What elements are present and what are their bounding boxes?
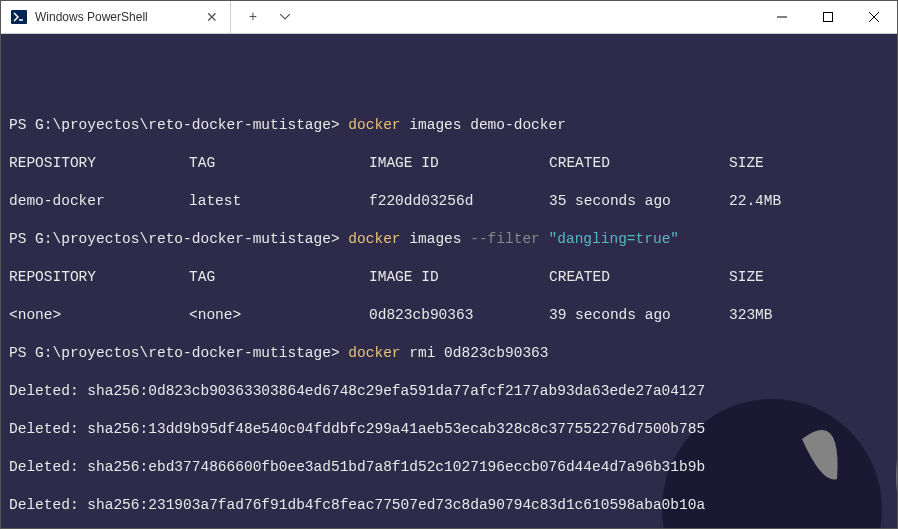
th-size: SIZE [729, 269, 764, 285]
th-tag: TAG [189, 154, 369, 173]
tab-title: Windows PowerShell [35, 10, 196, 24]
cmd-filter: --filter [470, 231, 548, 247]
tab-powershell[interactable]: Windows PowerShell ✕ [1, 1, 231, 33]
cmd-filter-arg: "dangling=true" [549, 231, 680, 247]
tab-controls: + [231, 1, 307, 33]
powershell-icon [11, 9, 27, 25]
cmd-docker: docker [348, 117, 400, 133]
cmd-docker: docker [348, 345, 400, 361]
td-repo: <none> [9, 306, 189, 325]
prompt: PS G:\proyectos\reto-docker-mutistage> [9, 117, 340, 133]
window-titlebar: Windows PowerShell ✕ + [1, 1, 897, 34]
td-id: f220dd03256d [369, 192, 549, 211]
window-controls [759, 1, 897, 33]
th-id: IMAGE ID [369, 268, 549, 287]
th-tag: TAG [189, 268, 369, 287]
th-repo: REPOSITORY [9, 268, 189, 287]
cmd-images: images [401, 231, 471, 247]
close-button[interactable] [851, 1, 897, 33]
minimize-button[interactable] [759, 1, 805, 33]
td-created: 39 seconds ago [549, 306, 729, 325]
maximize-button[interactable] [805, 1, 851, 33]
td-repo: demo-docker [9, 192, 189, 211]
cmd-docker: docker [348, 231, 400, 247]
th-created: CREATED [549, 268, 729, 287]
deleted-line: Deleted: sha256:13dd9b95df48e540c04fddbf… [9, 420, 889, 439]
th-created: CREATED [549, 154, 729, 173]
cmd-args: images demo-docker [401, 117, 566, 133]
td-size: 323MB [729, 307, 773, 323]
th-id: IMAGE ID [369, 154, 549, 173]
cmd-args: rmi 0d823cb90363 [401, 345, 549, 361]
new-tab-button[interactable]: + [239, 3, 267, 31]
th-repo: REPOSITORY [9, 154, 189, 173]
titlebar-drag-region[interactable] [307, 1, 759, 33]
prompt: PS G:\proyectos\reto-docker-mutistage> [9, 231, 340, 247]
prompt: PS G:\proyectos\reto-docker-mutistage> [9, 345, 340, 361]
deleted-line: Deleted: sha256:231903a7fad76f91db4fc8fe… [9, 496, 889, 515]
deleted-line: Deleted: sha256:0d823cb90363303864ed6748… [9, 382, 889, 401]
td-tag: <none> [189, 306, 369, 325]
td-created: 35 seconds ago [549, 192, 729, 211]
td-id: 0d823cb90363 [369, 306, 549, 325]
tab-close-button[interactable]: ✕ [204, 9, 220, 25]
svg-rect-3 [824, 13, 833, 22]
terminal-area[interactable]: PS G:\proyectos\reto-docker-mutistage> d… [1, 34, 897, 529]
deleted-line: Deleted: sha256:ebd3774866600fb0ee3ad51b… [9, 458, 889, 477]
terminal-output: PS G:\proyectos\reto-docker-mutistage> d… [9, 97, 889, 529]
td-tag: latest [189, 192, 369, 211]
td-size: 22.4MB [729, 193, 781, 209]
tab-dropdown-button[interactable] [271, 3, 299, 31]
th-size: SIZE [729, 155, 764, 171]
